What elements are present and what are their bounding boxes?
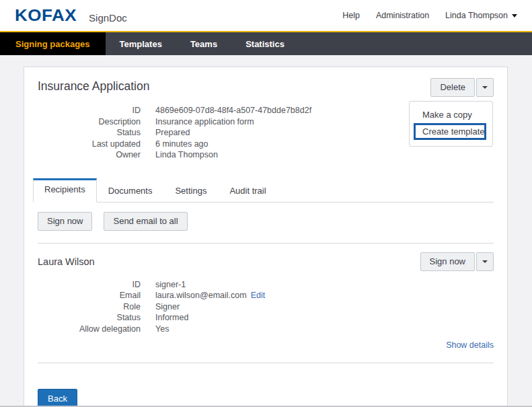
administration-link[interactable]: Administration <box>376 11 429 20</box>
tab-documents[interactable]: Documents <box>97 178 164 202</box>
page-title: Insurance Application <box>38 78 149 94</box>
edit-email-link[interactable]: Edit <box>251 290 266 301</box>
tab-recipients[interactable]: Recipients <box>33 178 97 202</box>
detail-value: 4869e609-07d8-48f4-a507-47bdde7b8d2f <box>155 105 311 116</box>
back-button[interactable]: Back <box>38 389 77 407</box>
main-navigation: Signing packages Templates Teams Statist… <box>0 31 532 55</box>
recipient-sign-now-dropdown-toggle[interactable] <box>476 252 494 271</box>
detail-label: ID <box>38 279 141 291</box>
footer-actions: Back <box>38 389 494 407</box>
detail-value: Signer <box>155 301 180 313</box>
help-link[interactable]: Help <box>342 11 360 20</box>
detail-row-signer-id: ID signer-1 <box>38 279 494 291</box>
tab-settings[interactable]: Settings <box>163 178 218 202</box>
detail-label: Status <box>38 127 141 139</box>
detail-row-role: Role Signer <box>38 301 494 313</box>
separator <box>38 243 494 244</box>
detail-label: Description <box>38 116 141 128</box>
package-tabs: Recipients Documents Settings Audit trai… <box>33 178 494 202</box>
detail-label: Owner <box>38 149 141 161</box>
recipient-header: Laura Wilson Sign now <box>38 252 494 271</box>
show-details-row: Show details <box>38 338 494 350</box>
detail-row-email: Email laura.wilson@email.com Edit <box>38 290 494 301</box>
nav-teams[interactable]: Teams <box>176 32 231 55</box>
kofax-logo: KOFAX <box>15 6 77 26</box>
nav-signing-packages[interactable]: Signing packages <box>0 32 106 55</box>
nav-statistics[interactable]: Statistics <box>231 32 299 55</box>
detail-label: Last updated <box>38 139 141 150</box>
show-details-link[interactable]: Show details <box>446 340 494 350</box>
caret-down-icon <box>482 86 488 89</box>
recipients-actions: Sign now Send email to all <box>38 212 494 231</box>
menu-item-make-a-copy[interactable]: Make a copy <box>410 107 492 122</box>
signing-package-panel: Insurance Application Delete Make a copy… <box>24 67 508 407</box>
recipient-sign-now-button[interactable]: Sign now <box>420 252 475 271</box>
page-content: Insurance Application Delete Make a copy… <box>0 55 532 407</box>
send-email-to-all-button[interactable]: Send email to all <box>104 212 187 231</box>
detail-value: Prepared <box>155 127 190 139</box>
detail-label: ID <box>38 105 141 116</box>
detail-value: Informed <box>155 312 188 324</box>
menu-item-create-template[interactable]: Create template <box>414 123 486 140</box>
detail-value: Insurance application form <box>155 116 254 128</box>
detail-row-owner: Owner Linda Thompson <box>38 149 494 161</box>
recipient-details: ID signer-1 Email laura.wilson@email.com… <box>38 279 494 335</box>
detail-value: 6 minutes ago <box>155 139 208 150</box>
header-links: Help Administration Linda Thompson <box>342 11 517 20</box>
sign-now-all-button[interactable]: Sign now <box>38 212 92 231</box>
separator <box>38 363 494 363</box>
delete-button[interactable]: Delete <box>430 78 475 97</box>
user-name: Linda Thompson <box>445 11 508 20</box>
delete-dropdown-menu: Make a copy Create template <box>409 101 493 147</box>
recipient-card: Laura Wilson Sign now ID signer-1 Email … <box>38 252 494 351</box>
detail-value: Linda Thompson <box>155 149 218 161</box>
recipient-sign-now-split-button: Sign now <box>420 252 494 271</box>
delete-split-button: Delete Make a copy Create template <box>430 78 494 97</box>
detail-label: Allow delegation <box>38 324 141 335</box>
panel-header: Insurance Application Delete Make a copy… <box>38 78 494 97</box>
detail-row-allow-delegation: Allow delegation Yes <box>38 324 494 335</box>
caret-down-icon <box>512 14 517 17</box>
detail-row-signer-status: Status Informed <box>38 312 494 324</box>
detail-value: laura.wilson@email.com <box>155 290 247 301</box>
tab-audit-trail[interactable]: Audit trail <box>218 178 277 202</box>
detail-label: Role <box>38 301 141 313</box>
brand: KOFAX SignDoc <box>15 5 127 26</box>
detail-value: signer-1 <box>155 279 186 291</box>
delete-dropdown-toggle[interactable] <box>476 78 494 97</box>
detail-label: Status <box>38 312 141 324</box>
top-header: KOFAX SignDoc Help Administration Linda … <box>0 0 532 31</box>
caret-down-icon <box>482 260 488 263</box>
user-menu[interactable]: Linda Thompson <box>445 11 517 20</box>
detail-value: Yes <box>155 324 169 335</box>
product-name: SignDoc <box>89 12 127 24</box>
recipient-name: Laura Wilson <box>38 252 95 267</box>
detail-label: Email <box>38 290 141 301</box>
nav-templates[interactable]: Templates <box>106 32 176 55</box>
